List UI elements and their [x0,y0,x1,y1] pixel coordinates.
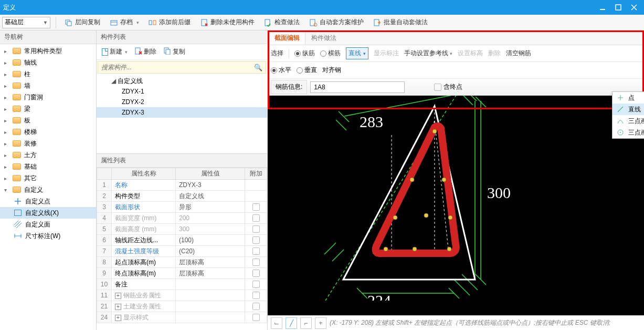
set-elevation-button[interactable]: 设置标高 [458,49,483,58]
nav-item[interactable]: ▸基础 [0,161,96,172]
dropdown-item-label: 点 [628,94,635,102]
snap-button-1[interactable]: ⌙ [271,317,282,329]
line-combo[interactable]: 直线▾ [346,47,368,59]
new-button[interactable]: 新建▾ [99,46,131,57]
add-prefix-suffix-button[interactable]: 添加前后缀 [145,17,194,28]
property-value[interactable] [176,290,245,301]
tab-component-method[interactable]: 构件做法 [305,31,342,45]
property-row[interactable]: 5截面高度 (mm)300 [97,224,267,235]
align-rebar-button[interactable]: 对齐钢 [322,66,341,75]
radio-horiz[interactable]: 水平 [271,66,291,75]
canvas[interactable]: 283 300 224 [268,96,644,315]
rebar-info-input[interactable] [310,81,405,93]
tree-item[interactable]: ZDYX-2 [97,97,267,107]
delete-rebar-button[interactable]: 删除 [488,49,501,58]
property-value[interactable]: (C20) [176,246,245,257]
radio-vertical-rebar[interactable]: 纵筋 [294,49,315,58]
radio-horizontal-rebar[interactable]: 横筋 [320,49,341,58]
property-row[interactable]: 3截面形状异形 [97,202,267,213]
search-input[interactable] [101,64,254,71]
radio-vert[interactable]: 垂直 [297,66,317,75]
property-row[interactable]: 7混凝土强度等级(C20) [97,246,267,257]
nav-item[interactable]: ▸墙 [0,80,96,91]
checkbox-icon[interactable] [252,248,260,255]
checkbox-icon[interactable] [252,259,260,266]
delete-button[interactable]: 删除 [132,46,160,57]
property-value[interactable] [176,312,245,323]
dropdown-item[interactable]: 点 [613,92,644,104]
nav-item[interactable]: 自定义面 [0,219,96,230]
dropdown-item[interactable]: 三点画弧 [613,115,644,127]
tree-item[interactable]: ZDYX-3 [97,107,267,118]
nav-item[interactable]: ▸梁 [0,103,96,115]
close-button[interactable] [627,2,641,13]
property-value[interactable]: 自定义线 [176,191,245,202]
check-method-button[interactable]: 检查做法 [261,17,303,28]
property-value[interactable] [176,301,245,312]
property-row[interactable]: 21+土建业务属性 [97,301,267,312]
property-row[interactable]: 1名称ZDYX-3 [97,180,267,191]
checkbox-icon[interactable] [252,281,260,288]
property-row[interactable]: 11+钢筋业务属性 [97,290,267,301]
checkbox-icon[interactable] [252,236,260,244]
property-value[interactable]: (100) [176,235,245,246]
snap-button-2[interactable]: ╱ [286,317,297,329]
checkbox-icon[interactable] [252,270,260,277]
checkbox-icon[interactable] [252,203,260,211]
show-label-button[interactable]: 显示标注 [374,49,399,58]
property-row[interactable]: 8起点顶标高(m)层顶标高 [97,257,267,268]
minimize-button[interactable] [596,2,609,13]
checkbox-icon[interactable] [252,303,260,310]
copy-button[interactable]: 复制 [161,46,188,57]
property-row[interactable]: 10备注 [97,279,267,290]
auto-scheme-button[interactable]: 自动套方案维护 [306,17,367,28]
property-row[interactable]: 9终点顶标高(m)层顶标高 [97,268,267,279]
copy-between-layers-button[interactable]: 层间复制 [61,17,103,28]
clear-rebar-button[interactable]: 清空钢筋 [506,49,531,58]
batch-auto-button[interactable]: 批量自动套做法 [370,17,431,28]
dropdown-item[interactable]: 直线 [613,104,644,115]
property-row[interactable]: 6轴线距左边线...(100) [97,235,267,246]
select-button[interactable]: 选择 [271,49,283,58]
snap-button-4[interactable]: + [315,317,326,329]
checkbox-icon[interactable] [252,314,260,321]
property-value[interactable]: 异形 [176,202,245,213]
nav-item[interactable]: 尺寸标注(W) [0,230,96,242]
tree-root[interactable]: ◢自定义线 [97,76,267,86]
delete-unused-button[interactable]: 删除未使用构件 [197,17,258,28]
nav-item[interactable]: ▾自定义 [0,184,96,195]
property-value[interactable]: 层顶标高 [176,268,245,279]
property-value[interactable] [176,279,245,290]
property-value[interactable]: 300 [176,224,245,235]
property-row[interactable]: 2构件类型自定义线 [97,191,267,202]
property-value[interactable]: ZDYX-3 [176,180,245,191]
nav-item[interactable]: 自定义线(X) [0,207,96,219]
nav-item[interactable]: 自定义点 [0,195,96,207]
checkbox-icon[interactable] [252,214,260,222]
property-value[interactable]: 200 [176,213,245,224]
include-endpoint-check[interactable]: 含终点 [434,82,462,91]
property-value[interactable]: 层顶标高 [176,257,245,268]
tree-item[interactable]: ZDYX-1 [97,86,267,97]
manual-refline-button[interactable]: 手动设置参考线 ▾ [404,49,452,58]
nav-item[interactable]: ▸轴线 [0,57,96,68]
checkbox-icon[interactable] [252,225,260,233]
search-icon[interactable]: 🔍 [254,64,262,71]
layer-combo[interactable]: 基础层 ▼ [2,17,50,28]
tab-section-edit[interactable]: 截面编辑 [269,31,305,45]
nav-item[interactable]: ▸常用构件类型 [0,45,96,57]
nav-item[interactable]: ▸装修 [0,138,96,149]
nav-item[interactable]: ▸楼梯 [0,126,96,138]
snap-button-3[interactable]: ⌐ [300,317,312,329]
nav-item[interactable]: ▸板 [0,115,96,126]
property-row[interactable]: 24+显示样式 [97,312,267,323]
nav-item[interactable]: ▸门窗洞 [0,91,96,103]
maximize-button[interactable] [611,2,625,13]
dropdown-item[interactable]: 三点画圆 [613,127,644,138]
nav-item[interactable]: ▸土方 [0,149,96,161]
property-row[interactable]: 4截面宽度 (mm)200 [97,213,267,224]
nav-item[interactable]: ▸柱 [0,68,96,80]
nav-item[interactable]: ▸其它 [0,172,96,184]
archive-button[interactable]: 存档▾ [107,17,142,28]
checkbox-icon[interactable] [252,292,260,299]
